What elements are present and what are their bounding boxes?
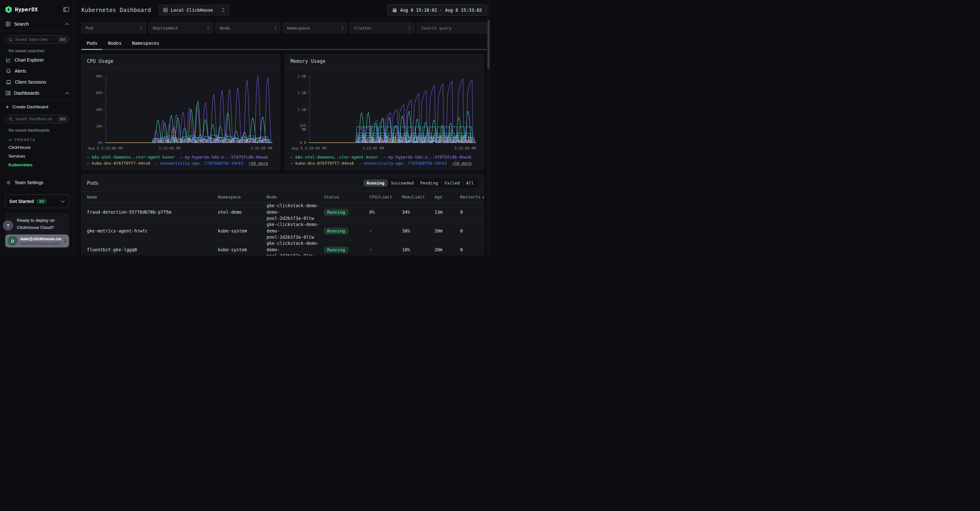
scrollbar-thumb[interactable]	[487, 20, 490, 69]
date-range-picker[interactable]: Aug 6 15:18:02 - Aug 6 15:33:02	[388, 5, 487, 16]
search-icon	[9, 38, 13, 42]
plus-icon: +	[6, 105, 9, 109]
column-header-mem[interactable]: Mem/Limit	[402, 194, 434, 199]
memory-usage-chart[interactable]: 2 GB2 GB1 GB525MB0 BAug 6 3:18:00 PM3:23…	[291, 68, 476, 152]
svg-text:60%: 60%	[96, 91, 102, 95]
column-header-status[interactable]: Status	[324, 194, 369, 199]
sidebar-item-chart-explorer[interactable]: Chart Explorer	[0, 54, 74, 65]
cpu-usage-chart[interactable]: 80%60%40%20%0%Aug 6 3:18:00 PM3:23:45 PM…	[87, 68, 273, 152]
column-header-restarts[interactable]: Restarts▼	[460, 194, 485, 199]
saved-searches-placeholder: Saved Searches	[15, 37, 56, 42]
legend-item[interactable]: — my-hyperdx-hdx-o..-57975fcd6-4hws6	[383, 154, 471, 159]
presets-toggle[interactable]: PRESETS	[0, 134, 74, 143]
status-filter-succeeded[interactable]: Succeeded	[388, 179, 417, 187]
legend-item[interactable]: — kube-dns-876ff9ff7-44nx6	[87, 161, 151, 166]
calendar-icon	[392, 8, 397, 12]
status-filter-running[interactable]: Running	[364, 179, 388, 187]
namespace-filter-select[interactable]: Namespace	[283, 22, 347, 33]
select-chevrons-icon	[341, 26, 344, 30]
legend-more-link[interactable]: +56 more	[452, 161, 471, 166]
legend-item[interactable]: — konnectivity-age..77dfdd8f5b-t9rk2	[156, 161, 243, 166]
memory-usage-title: Memory Usage	[285, 54, 484, 68]
tab-namespaces[interactable]: Namespaces	[127, 38, 164, 49]
legend-item[interactable]: — kube-dns-876ff9ff7-44nx6	[291, 161, 354, 166]
column-header-node[interactable]: Node	[267, 194, 324, 199]
scrollbar-track[interactable]	[487, 0, 490, 256]
no-saved-searches-note: No saved searches	[0, 44, 74, 54]
page-title: Kubernetes Dashboard	[81, 7, 151, 13]
sidebar-item-alerts[interactable]: Alerts	[0, 65, 74, 76]
pod-mem: 10%	[402, 247, 434, 252]
node-filter-select[interactable]: Node	[216, 22, 280, 33]
dashboards-section-label: Dashboards	[14, 91, 62, 96]
column-header-name[interactable]: Name	[87, 194, 218, 199]
legend-item[interactable]: — k8s-otel-daemons..ctor-agent-ksnnr	[291, 154, 379, 159]
main-content: Kubernetes Dashboard Local ClickHouse Au…	[75, 0, 490, 256]
get-started-button[interactable]: Get Started 3/3	[5, 194, 69, 208]
saved-searches-input[interactable]: Saved Searches ⌘K	[5, 35, 69, 44]
status-filter-pending[interactable]: Pending	[417, 179, 441, 187]
create-dashboard-button[interactable]: + Create Dashboard	[0, 100, 74, 111]
pod-cpu: -	[369, 228, 402, 234]
node-filter-placeholder: Node	[220, 25, 274, 30]
user-account-chip[interactable]: D dale@clickhouse.com dale@clickhouse.co…	[5, 234, 69, 247]
search-icon	[9, 117, 13, 121]
legend-item[interactable]: — k8s-otel-daemons..ctor-agent-ksnnr	[87, 154, 175, 159]
status-filter-all[interactable]: All	[463, 179, 477, 187]
sidebar-item-team-settings[interactable]: Team Settings	[0, 177, 74, 188]
pod-restarts: 0	[460, 209, 478, 215]
filter-bar: Pod Deployment Node Namespace Cluster Se…	[81, 22, 487, 33]
legend-item[interactable]: — konnectivity-age..77dfdd8f5b-t9rk2	[359, 161, 447, 166]
pod-node: gke-clickstack-demo-demo-pool-2d2b1f3a-0…	[267, 221, 324, 240]
pods-panel-title: Pods	[87, 180, 363, 186]
column-header-cpu[interactable]: CPU/Limit	[369, 194, 402, 199]
status-filter-failed[interactable]: Failed	[441, 179, 463, 187]
svg-text:0 B: 0 B	[300, 141, 306, 145]
cluster-filter-placeholder: Cluster	[354, 25, 408, 30]
cluster-filter-select[interactable]: Cluster	[350, 22, 414, 33]
pod-age: 20m	[434, 247, 460, 252]
pod-name: fluentbit-gke-lggq8	[87, 247, 218, 252]
deployment-filter-placeholder: Deployment	[153, 25, 207, 30]
column-header-namespace[interactable]: Namespace	[218, 194, 267, 199]
sidebar-preset-clickhouse[interactable]: ClickHouse	[0, 143, 74, 152]
table-row[interactable]: fluentbit-gke-lggq8 kube-system gke-clic…	[82, 240, 483, 256]
tab-pods[interactable]: Pods	[81, 38, 103, 49]
help-icon[interactable]: ?	[3, 220, 13, 231]
date-range-value: Aug 6 15:18:02 - Aug 6 15:33:02	[400, 8, 482, 13]
cpu-usage-title: CPU Usage	[82, 54, 280, 68]
pod-namespace: kube-system	[218, 228, 267, 234]
gear-icon	[6, 180, 11, 185]
pod-mem: 34%	[402, 209, 434, 215]
pod-name: gke-metrics-agent-hrwtc	[87, 228, 218, 234]
sidebar-collapse-icon[interactable]	[63, 7, 69, 12]
tab-nodes[interactable]: Nodes	[103, 38, 127, 49]
datasource-select[interactable]: Local ClickHouse	[159, 5, 229, 15]
deployment-filter-select[interactable]: Deployment	[148, 22, 213, 33]
column-header-age[interactable]: Age	[434, 194, 460, 199]
cpu-usage-card: CPU Usage 80%60%40%20%0%Aug 6 3:18:00 PM…	[81, 54, 280, 170]
table-row[interactable]: fraud-detection-55776d678b-p7f5m otel-de…	[82, 203, 483, 221]
cpu-chart-legend: — k8s-otel-daemons..ctor-agent-ksnnr— my…	[82, 153, 280, 170]
sidebar-item-label: Chart Explorer	[14, 57, 69, 62]
tab-rail	[81, 49, 487, 50]
memory-usage-card: Memory Usage 2 GB2 GB1 GB525MB0 BAug 6 3…	[285, 54, 484, 170]
chart-explorer-icon	[6, 57, 11, 62]
select-chevrons-icon	[207, 26, 210, 30]
sidebar-preset-services[interactable]: Services	[0, 152, 74, 161]
legend-more-link[interactable]: +56 more	[249, 161, 268, 166]
pod-cpu: 6%	[369, 209, 402, 215]
pod-cpu: -	[369, 247, 402, 252]
search-query-input[interactable]: Search query	[417, 22, 487, 33]
pod-filter-select[interactable]: Pod	[81, 22, 146, 33]
saved-dashboards-input[interactable]: Saved Dashboards ⌘K	[5, 115, 69, 123]
sidebar-item-client-sessions[interactable]: Client Sessions	[0, 76, 74, 88]
status-badge: Running	[324, 228, 348, 234]
legend-item[interactable]: — my-hyperdx-hdx-o..-57975fcd6-4hws6	[180, 154, 268, 159]
server-icon	[163, 8, 168, 12]
sidebar-section-dashboards[interactable]: Dashboards	[0, 88, 74, 100]
pods-table-header: Name Namespace Node Status CPU/Limit Mem…	[82, 192, 483, 203]
sidebar-preset-kubernetes[interactable]: Kubernetes	[0, 161, 74, 169]
sidebar-section-search[interactable]: Search	[0, 16, 74, 31]
table-row[interactable]: gke-metrics-agent-hrwtc kube-system gke-…	[82, 221, 483, 240]
